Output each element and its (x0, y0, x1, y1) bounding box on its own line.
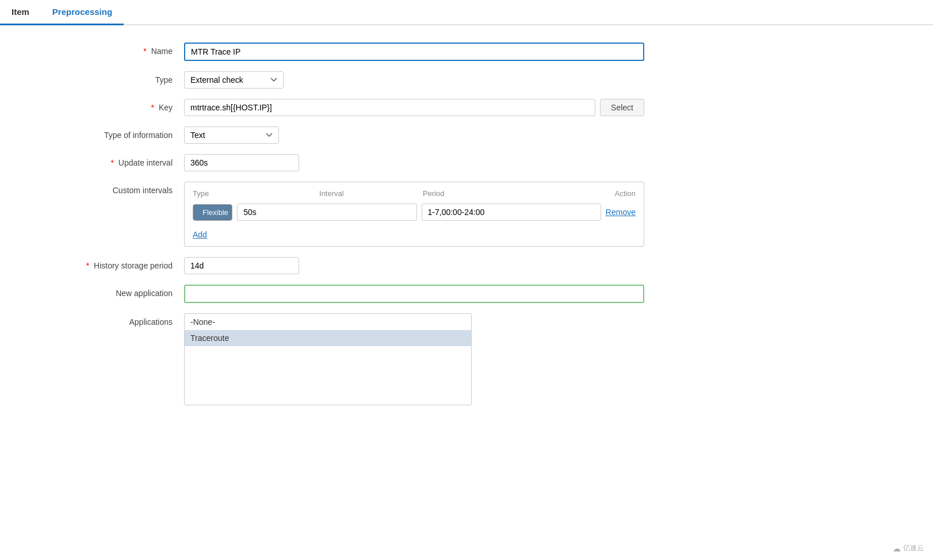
custom-intervals-label: Custom intervals (23, 182, 184, 195)
app-option-traceroute[interactable]: Traceroute (185, 330, 471, 346)
ci-type-toggle: Flexible Scheduling (193, 204, 232, 221)
history-storage-period-row: * History storage period (23, 257, 725, 274)
new-application-label: New application (23, 285, 184, 298)
type-of-information-label: Type of information (23, 126, 184, 140)
update-interval-control (184, 154, 644, 171)
ci-header: Type Interval Period Action (193, 189, 636, 198)
applications-label: Applications (23, 313, 184, 327)
ci-period-input[interactable] (422, 204, 601, 221)
name-control (184, 43, 644, 61)
tab-preprocessing[interactable]: Preprocessing (41, 0, 124, 25)
applications-listbox[interactable]: -None- Traceroute (184, 313, 472, 405)
history-storage-period-input[interactable] (184, 257, 299, 274)
update-interval-label: * Update interval (23, 154, 184, 167)
key-input-row: Select (184, 99, 644, 116)
type-select[interactable]: External check Zabbix agent Zabbix agent… (184, 71, 284, 89)
key-select-button[interactable]: Select (600, 99, 644, 116)
type-row: Type External check Zabbix agent Zabbix … (23, 71, 725, 89)
item-form: * Name Type External check Zabbix agent … (0, 25, 748, 433)
ci-col-action-header: Action (590, 189, 636, 198)
type-of-information-row: Type of information Text Numeric (unsign… (23, 126, 725, 144)
new-application-input[interactable] (184, 285, 644, 303)
ci-add-button[interactable]: Add (193, 230, 207, 239)
name-input[interactable] (184, 43, 644, 61)
type-of-information-control: Text Numeric (unsigned) Numeric (float) … (184, 126, 644, 144)
update-interval-row: * Update interval (23, 154, 725, 171)
custom-intervals-row: Custom intervals Type Interval Period Ac… (23, 182, 725, 247)
history-storage-period-required-star: * (86, 261, 89, 270)
history-storage-period-label: * History storage period (23, 257, 184, 270)
type-control: External check Zabbix agent Zabbix agent… (184, 71, 644, 89)
new-application-control (184, 285, 644, 303)
key-control: Select (184, 99, 644, 116)
applications-control: -None- Traceroute (184, 313, 644, 405)
tab-item[interactable]: Item (0, 0, 41, 25)
key-required-star: * (151, 103, 154, 112)
name-row: * Name (23, 43, 725, 61)
type-label: Type (23, 71, 184, 85)
ci-remove-button[interactable]: Remove (606, 208, 636, 217)
ci-col-interval-header: Interval (319, 189, 423, 198)
update-interval-required-star: * (110, 158, 113, 167)
ci-row-0: Flexible Scheduling Remove (193, 204, 636, 221)
key-input[interactable] (184, 99, 595, 116)
ci-col-type-header: Type (193, 189, 319, 198)
ci-flexible-btn[interactable]: Flexible (193, 205, 232, 220)
name-required-star: * (143, 47, 146, 56)
custom-intervals-control: Type Interval Period Action Flexible Sch… (184, 182, 644, 247)
ci-interval-input[interactable] (237, 204, 416, 221)
type-of-information-select[interactable]: Text Numeric (unsigned) Numeric (float) … (184, 126, 279, 144)
update-interval-input[interactable] (184, 154, 299, 171)
custom-intervals-box: Type Interval Period Action Flexible Sch… (184, 182, 644, 247)
applications-row: Applications -None- Traceroute (23, 313, 725, 405)
new-application-row: New application (23, 285, 725, 303)
history-storage-period-control (184, 257, 644, 274)
key-row: * Key Select (23, 99, 725, 116)
name-label: * Name (23, 43, 184, 56)
tabs-bar: Item Preprocessing (0, 0, 933, 25)
key-label: * Key (23, 99, 184, 112)
ci-add-row: Add (193, 227, 636, 239)
app-option-none[interactable]: -None- (185, 314, 471, 330)
ci-col-period-header: Period (423, 189, 590, 198)
